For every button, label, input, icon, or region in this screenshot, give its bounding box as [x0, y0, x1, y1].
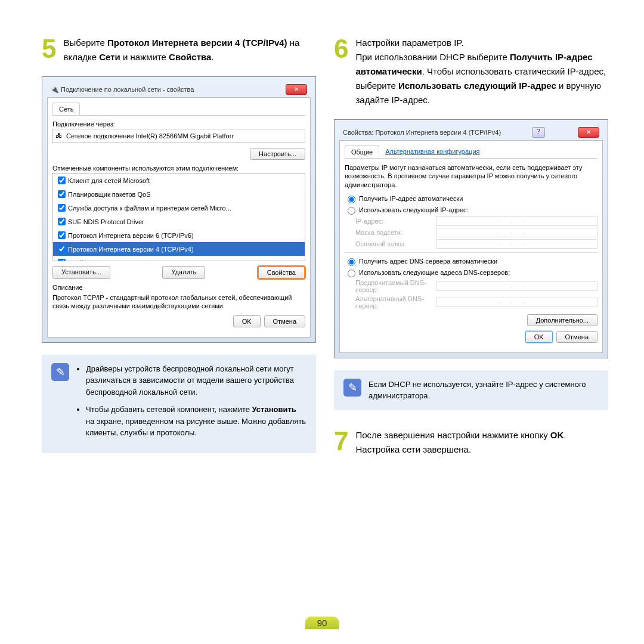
step-5: 5 Выберите Протокол Интернета версии 4 (…: [42, 36, 316, 64]
list-item[interactable]: Планировщик пакетов QoS: [53, 187, 305, 201]
advanced-button[interactable]: Дополнительно...: [527, 314, 597, 326]
list-item-selected[interactable]: Протокол Интернета версии 4 (TCP/IPv4): [53, 242, 305, 256]
cancel-button[interactable]: Отмена: [556, 331, 597, 343]
gateway-row: Основной шлюз:...: [355, 239, 597, 249]
dialog-title: Свойства: Протокол Интернета версии 4 (T…: [343, 129, 501, 136]
description-label: Описание: [52, 284, 305, 291]
subnet-row: Маска подсети:...: [355, 228, 597, 237]
step-6-number: 6: [334, 36, 348, 62]
radio-use-ip[interactable]: Использовать следующий IP-адрес:: [345, 205, 597, 215]
network-card-icon: 🖧: [55, 132, 64, 140]
help-button[interactable]: ?: [532, 127, 545, 138]
step-6-text: Настройки параметров IP. При использован…: [355, 36, 608, 107]
ipv4-properties-dialog: Свойства: Протокол Интернета версии 4 (T…: [334, 119, 608, 358]
ip-address-row: IP-адрес:...: [355, 216, 597, 226]
configure-button[interactable]: Настроить...: [250, 148, 305, 160]
radio-obtain-dns[interactable]: Получить адрес DNS-сервера автоматически: [345, 256, 597, 266]
tab-network[interactable]: Сеть: [52, 103, 80, 115]
pencil-icon: ✎: [343, 379, 361, 397]
step-5-text: Выберите Протокол Интернета версии 4 (TC…: [63, 36, 316, 64]
description-text: Протокол TCP/IP - стандартный протокол г…: [52, 293, 305, 311]
dns1-row: Предпочитаемый DNS-сервер:...: [355, 279, 597, 293]
radio-use-dns[interactable]: Использовать следующие адреса DNS-сервер…: [345, 268, 597, 277]
note-dhcp: ✎ Если DHCP не используется, узнайте IP-…: [334, 370, 608, 410]
step-5-number: 5: [42, 36, 56, 62]
note-content: Если DHCP не используется, узнайте IP-ад…: [369, 379, 599, 402]
note-content: Драйверы устройств беспроводной локально…: [76, 363, 306, 445]
components-list[interactable]: Клиент для сетей Microsoft Планировщик п…: [52, 173, 305, 261]
dialog-title: Подключение по локальной сети - свойства: [61, 86, 194, 93]
pencil-icon: ✎: [51, 363, 69, 381]
mask-input: ...: [436, 228, 597, 237]
close-button[interactable]: ✕: [286, 84, 307, 95]
list-item[interactable]: Протокол Интернета версии 6 (TCP/IPv6): [53, 228, 305, 242]
ok-button[interactable]: OK: [525, 331, 553, 343]
step-7: 7 После завершения настройки нажмите кно…: [334, 428, 608, 457]
adapter-field: 🖧 Сетевое подключение Intel(R) 82566MM G…: [52, 129, 305, 143]
note-drivers: ✎ Драйверы устройств беспроводной локаль…: [42, 355, 316, 453]
step-7-text: После завершения настройки нажмите кнопк…: [355, 428, 608, 457]
install-button[interactable]: Установить...: [52, 266, 110, 279]
radio-obtain-ip[interactable]: Получить IP-адрес автоматически: [345, 194, 597, 203]
step-6: 6 Настройки параметров IP. При использов…: [334, 36, 608, 107]
remove-button[interactable]: Удалить: [162, 266, 205, 279]
gw-input: ...: [436, 239, 597, 249]
properties-button[interactable]: Свойства: [258, 266, 305, 279]
power-icon: 🔌: [51, 86, 59, 94]
cancel-button[interactable]: Отмена: [264, 315, 305, 327]
dns2-row: Альтернативный DNS-сервер:...: [355, 295, 597, 309]
tab-general[interactable]: Общие: [345, 145, 379, 158]
list-item[interactable]: Служба доступа к файлам и принтерам сете…: [53, 201, 305, 215]
ip-params-paragraph: Параметры IP могут назначаться автоматич…: [345, 163, 597, 189]
list-item[interactable]: SUE NDIS Protocol Driver: [53, 215, 305, 228]
close-button[interactable]: ✕: [578, 127, 599, 138]
connect-using-label: Подключение через:: [52, 120, 305, 128]
ip-input: ...: [436, 216, 597, 226]
dns1-input: ...: [436, 281, 597, 291]
page-number: 90: [305, 617, 339, 629]
list-item[interactable]: Драйвер в/в тополога канального уровня: [53, 256, 305, 261]
dns2-input: ...: [436, 298, 597, 307]
ok-button[interactable]: OK: [233, 315, 261, 327]
components-label: Отмеченные компоненты используются этим …: [52, 165, 305, 172]
lan-properties-dialog: 🔌 Подключение по локальной сети - свойст…: [42, 76, 316, 343]
step-7-number: 7: [334, 428, 348, 454]
tab-alternate[interactable]: Альтернативная конфигурация: [379, 145, 485, 158]
list-item[interactable]: Клиент для сетей Microsoft: [53, 174, 305, 187]
